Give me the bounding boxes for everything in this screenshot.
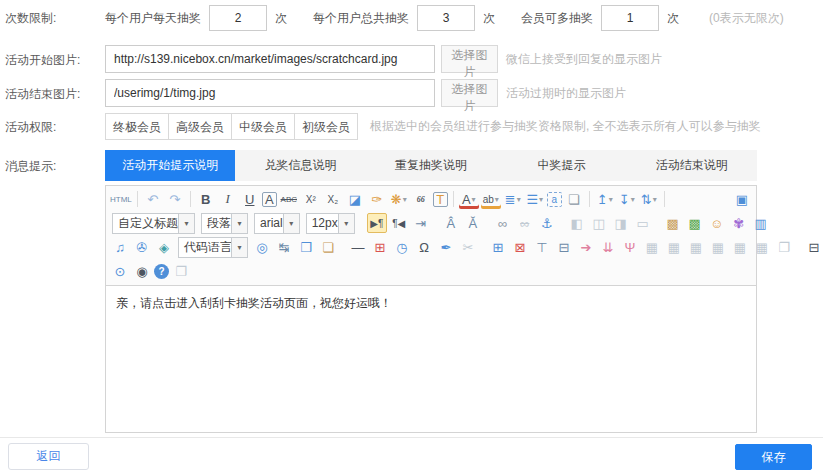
insert-time-icon[interactable]: ◷	[392, 237, 412, 257]
insert-row-icon[interactable]: ➔	[576, 237, 596, 257]
formula-icon[interactable]: ✒	[436, 237, 456, 257]
insert-date-icon[interactable]: ⊞	[370, 237, 390, 257]
bold-icon[interactable]: B	[196, 189, 216, 209]
heading-select[interactable]: 自定义标题▾	[112, 213, 195, 234]
format-brush-icon[interactable]: ✑	[367, 189, 387, 209]
insert-table-icon[interactable]: ⊞	[488, 237, 508, 257]
ordered-list-icon[interactable]: ≣▾	[503, 189, 523, 209]
table-op-icon[interactable]: ▦	[730, 237, 750, 257]
paragraph-spacing-top-icon[interactable]: ↥▾	[595, 189, 615, 209]
web-image-icon[interactable]: ▩	[685, 213, 705, 233]
autotypeset-icon[interactable]: ❋▾	[389, 189, 409, 209]
emotion-icon[interactable]: ☺	[707, 213, 727, 233]
table-op-icon[interactable]: ▦	[664, 237, 684, 257]
insert-image-icon[interactable]: ▩	[663, 213, 683, 233]
doc-icon[interactable]: ❐	[774, 237, 794, 257]
uppercase-icon[interactable]: Â	[441, 213, 461, 233]
table-op-icon[interactable]: ▦	[642, 237, 662, 257]
table-op-icon[interactable]: ▦	[708, 237, 728, 257]
font-family-select[interactable]: arial▾	[254, 213, 300, 234]
merge-cells-icon[interactable]: ⊟	[554, 237, 574, 257]
member-option-junior[interactable]: 初级会员	[294, 113, 358, 140]
tab-activity-end-message[interactable]: 活动结束说明	[627, 150, 757, 181]
tab-redeem-info-message[interactable]: 兑奖信息说明	[235, 150, 365, 181]
delete-table-icon[interactable]: ⊠	[510, 237, 530, 257]
help-icon[interactable]: ?	[154, 264, 169, 279]
redo-icon[interactable]: ↷	[165, 189, 185, 209]
end-image-input[interactable]	[105, 79, 435, 107]
image-align-right-icon[interactable]: ◨	[611, 213, 631, 233]
line-height-icon[interactable]: ⇅▾	[639, 189, 659, 209]
member-option-ultimate[interactable]: 终极会员	[105, 113, 169, 140]
code-language-select[interactable]: 代码语言▾	[178, 237, 248, 258]
paste-text-icon[interactable]: T	[433, 192, 448, 207]
back-button[interactable]: 返回	[8, 443, 89, 470]
font-size-select[interactable]: 12px▾	[306, 213, 355, 234]
blockquote-icon[interactable]: 66	[411, 189, 431, 209]
image-manager-icon[interactable]: ❏	[318, 237, 338, 257]
special-char-icon[interactable]: Ω	[414, 237, 434, 257]
paragraph-spacing-bottom-icon[interactable]: ↧▾	[617, 189, 637, 209]
image-align-none-icon[interactable]: ▭	[633, 213, 653, 233]
italic-icon[interactable]: I	[218, 189, 238, 209]
tab-activity-start-message[interactable]: 活动开始提示说明	[105, 150, 235, 181]
paragraph-indent-icon[interactable]: ⇥	[411, 213, 431, 233]
undo-icon[interactable]: ↶	[143, 189, 163, 209]
select-all-icon[interactable]: a	[547, 192, 562, 207]
font-color-icon[interactable]: A▾	[459, 189, 479, 209]
image-align-left-icon[interactable]: ◧	[567, 213, 587, 233]
split-cells-icon[interactable]: Ψ	[620, 237, 640, 257]
table-op-icon[interactable]: ▦	[752, 237, 772, 257]
start-image-pick-button[interactable]: 选择图片	[441, 45, 498, 73]
member-option-intermediate[interactable]: 中级会员	[231, 113, 295, 140]
unlink-icon[interactable]: ∞	[515, 213, 535, 233]
superscript-icon[interactable]: X²	[301, 189, 321, 209]
subscript-icon[interactable]: X₂	[323, 189, 343, 209]
highlight-color-icon[interactable]: ab▾	[481, 189, 501, 209]
anchor-icon[interactable]: ⚓	[537, 213, 557, 233]
ltr-icon[interactable]: ▶¶	[367, 213, 387, 233]
insert-video-icon[interactable]: ▥	[751, 213, 771, 233]
lowercase-icon[interactable]: Ǎ	[463, 213, 483, 233]
attachment-icon[interactable]: ✇	[132, 237, 152, 257]
web-app-icon[interactable]: ◎	[252, 237, 272, 257]
preview-icon[interactable]: ⊙	[110, 261, 130, 281]
insert-map-icon[interactable]: ◈	[154, 237, 174, 257]
template-icon[interactable]: ❒	[296, 237, 316, 257]
member-option-senior[interactable]: 高级会员	[168, 113, 232, 140]
clear-doc-icon[interactable]: ❏	[564, 189, 584, 209]
fullscreen-icon[interactable]: ▣	[732, 189, 752, 209]
daily-draw-input[interactable]	[209, 5, 267, 31]
link-icon[interactable]: ∞	[493, 213, 513, 233]
heading-select-value: 自定义标题	[113, 215, 178, 232]
eraser-icon[interactable]: ◪	[345, 189, 365, 209]
html-source-icon[interactable]: HTML	[110, 189, 132, 209]
chevron-down-icon: ▾	[517, 195, 521, 204]
tab-win-message[interactable]: 中奖提示	[496, 150, 626, 181]
snapscreen-icon[interactable]: ✂	[458, 237, 478, 257]
start-image-input[interactable]	[105, 45, 435, 73]
strikethrough-icon[interactable]: ABC	[279, 189, 299, 209]
print-icon[interactable]: ⊟	[804, 237, 823, 257]
clipboard-icon[interactable]: ❐	[171, 261, 191, 281]
table-op-icon[interactable]: ▦	[686, 237, 706, 257]
insert-col-icon[interactable]: ⇊	[598, 237, 618, 257]
tab-repeat-draw-message[interactable]: 重复抽奖说明	[366, 150, 496, 181]
find-replace-icon[interactable]: ◉	[132, 261, 152, 281]
font-border-icon[interactable]: A	[262, 192, 277, 207]
image-align-center-icon[interactable]: ◫	[589, 213, 609, 233]
underline-icon[interactable]: U	[240, 189, 260, 209]
rtl-icon[interactable]: ¶◀	[389, 213, 409, 233]
table-caption-icon[interactable]: ⊤	[532, 237, 552, 257]
music-icon[interactable]: ♫	[110, 237, 130, 257]
unordered-list-icon[interactable]: ☰▾	[525, 189, 545, 209]
editor-content[interactable]: 亲，请点击进入刮刮卡抽奖活动页面，祝您好运哦！	[106, 286, 756, 321]
paragraph-select[interactable]: 段落▾	[201, 213, 248, 234]
member-extra-draw-input[interactable]	[601, 5, 659, 31]
pagebreak-icon[interactable]: ↹	[274, 237, 294, 257]
scrawl-icon[interactable]: ✾	[729, 213, 749, 233]
end-image-pick-button[interactable]: 选择图片	[441, 79, 498, 107]
total-draw-input[interactable]	[417, 5, 475, 31]
horizontal-rule-icon[interactable]: —	[348, 237, 368, 257]
save-button[interactable]: 保存	[735, 444, 812, 470]
